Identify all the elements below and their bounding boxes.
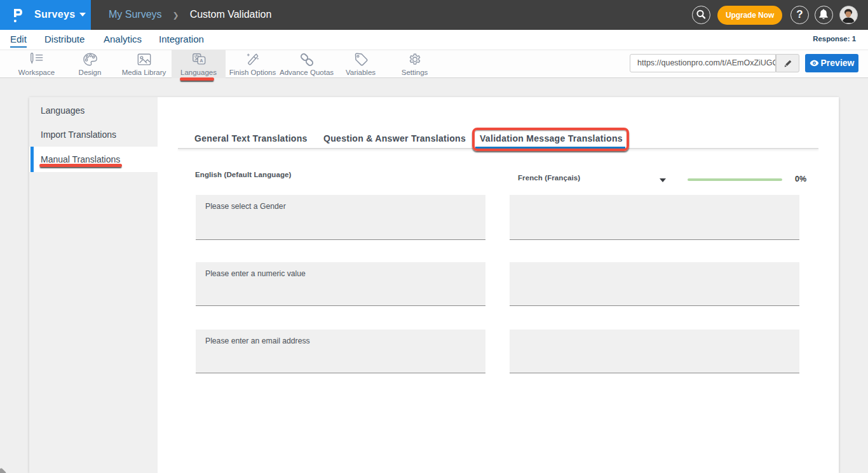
- svg-text:A: A: [200, 58, 203, 63]
